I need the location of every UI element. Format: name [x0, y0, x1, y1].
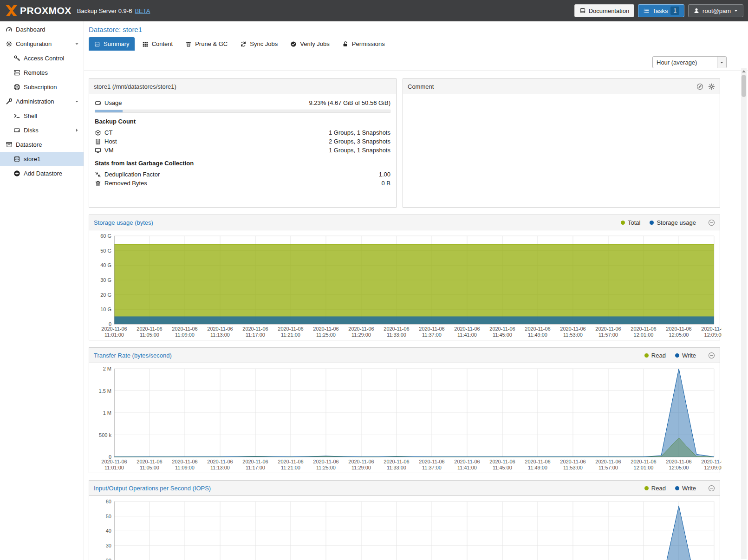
collapse-icon[interactable]: [708, 485, 715, 492]
legend-storage-usage[interactable]: Storage usage: [650, 219, 696, 226]
disk-icon: [13, 127, 20, 134]
scrollbar-thumb[interactable]: [741, 75, 746, 97]
user-menu-button[interactable]: root@pam: [688, 4, 743, 17]
svg-text:12:05:00: 12:05:00: [669, 465, 689, 470]
user-icon: [693, 7, 700, 14]
sidebar-item-disks[interactable]: Disks: [0, 123, 84, 137]
main-content: Datastore: store1 Summary Content Prune …: [84, 21, 748, 560]
summary-view: store1 (/mnt/datastores/store1) Usage 9.…: [84, 71, 725, 560]
sidebar-item-administration[interactable]: Administration: [0, 94, 84, 109]
transfer-rate-chart-header: Transfer Rate (bytes/second) Read Write: [89, 348, 720, 363]
svg-text:2020-11-06: 2020-11-06: [348, 326, 374, 332]
sidebar-item-configuration[interactable]: Configuration: [0, 37, 84, 51]
sidebar-item-datastore[interactable]: Datastore: [0, 137, 84, 152]
sidebar-item-label: Datastore: [16, 141, 42, 148]
proxmox-logo-icon: [5, 4, 19, 18]
brand-name: PROXMOX: [20, 5, 72, 16]
tasks-button[interactable]: Tasks 1: [638, 4, 684, 17]
svg-text:2020-11-06: 2020-11-06: [631, 326, 656, 332]
svg-text:2020-11-06: 2020-11-06: [207, 459, 233, 464]
dashboard-icon: [6, 26, 13, 33]
scrollbar-up-button[interactable]: [741, 68, 747, 74]
legend-read[interactable]: Read: [644, 352, 666, 359]
legend-dot: [675, 353, 679, 358]
svg-text:11:33:00: 11:33:00: [387, 332, 406, 338]
svg-text:2020-11-06: 2020-11-06: [207, 326, 233, 332]
terminal-icon: [13, 112, 20, 119]
svg-text:60 G: 60 G: [100, 233, 111, 239]
scrollbar[interactable]: [741, 68, 747, 559]
legend-dot: [675, 486, 679, 490]
sidebar-item-label: Subscription: [24, 84, 57, 91]
documentation-button[interactable]: Documentation: [574, 4, 634, 17]
tab-permissions[interactable]: Permissions: [337, 37, 390, 51]
svg-text:11:13:00: 11:13:00: [210, 332, 230, 338]
legend-read[interactable]: Read: [644, 485, 666, 492]
tab-label: Summary: [104, 40, 130, 47]
legend-dot: [644, 353, 649, 358]
sidebar-item-shell[interactable]: Shell: [0, 109, 84, 123]
svg-text:11:29:00: 11:29:00: [351, 332, 371, 338]
sidebar-item-add-datastore[interactable]: Add Datastore: [0, 166, 84, 181]
svg-text:11:45:00: 11:45:00: [493, 465, 512, 470]
sync-icon: [240, 41, 247, 47]
svg-text:2 M: 2 M: [103, 366, 111, 371]
svg-text:50 G: 50 G: [100, 248, 111, 254]
svg-text:11:21:00: 11:21:00: [281, 465, 300, 470]
cube-icon: [95, 130, 101, 136]
tab-prune-gc[interactable]: Prune & GC: [180, 37, 233, 51]
sidebar-item-access-control[interactable]: Access Control: [0, 51, 84, 65]
storage-usage-chart: 2020-11-0611:01:002020-11-0611:05:002020…: [89, 230, 720, 340]
legend-total[interactable]: Total: [621, 219, 640, 226]
legend-write[interactable]: Write: [675, 352, 696, 359]
legend-label: Read: [651, 352, 666, 359]
svg-text:2020-11-06: 2020-11-06: [313, 326, 338, 332]
svg-text:12:05:00: 12:05:00: [669, 332, 689, 338]
wrench-icon: [6, 98, 13, 105]
edit-comment-icon[interactable]: [696, 83, 703, 90]
tab-content[interactable]: Content: [137, 37, 178, 51]
chevron-down-icon: [734, 8, 738, 13]
svg-text:40 G: 40 G: [100, 262, 111, 268]
usage-progress-fill: [95, 110, 123, 112]
stat-label: VM: [104, 147, 114, 154]
stat-row: VM 1 Groups, 1 Snapshots: [95, 146, 390, 155]
stat-label: CT: [104, 129, 112, 136]
beta-link[interactable]: BETA: [135, 7, 150, 14]
svg-text:20: 20: [106, 558, 111, 560]
timeframe-select[interactable]: Hour (average): [652, 56, 727, 68]
iops-chart-header: Input/Output Operations per Second (IOPS…: [89, 481, 720, 496]
sidebar-item-remotes[interactable]: Remotes: [0, 65, 84, 80]
svg-text:50: 50: [106, 514, 111, 519]
svg-text:60: 60: [106, 499, 111, 504]
tab-sync-jobs[interactable]: Sync Jobs: [235, 37, 283, 51]
collapse-icon[interactable]: [708, 352, 715, 359]
tab-label: Sync Jobs: [250, 40, 278, 47]
backup-count-rows: CT 1 Groups, 1 Snapshots Host 2 Groups, …: [95, 128, 390, 155]
svg-text:2020-11-06: 2020-11-06: [137, 459, 162, 464]
brand: PROXMOX: [5, 4, 72, 18]
svg-text:2020-11-06: 2020-11-06: [419, 326, 444, 332]
trash-icon: [95, 180, 101, 187]
gc-stats-title: Stats from last Garbage Collection: [95, 160, 390, 167]
legend-label: Storage usage: [657, 219, 696, 226]
book-icon: [579, 7, 586, 14]
svg-text:2020-11-06: 2020-11-06: [666, 459, 691, 464]
gear-icon[interactable]: [708, 83, 715, 90]
svg-text:2020-11-06: 2020-11-06: [666, 326, 691, 332]
tab-summary[interactable]: Summary: [89, 37, 135, 51]
comment-panel: Comment: [403, 78, 720, 208]
sidebar-item-store1[interactable]: store1: [0, 152, 84, 166]
svg-text:11:53:00: 11:53:00: [563, 465, 583, 470]
summary-panel-body: Usage 9.23% (4.67 GiB of 50.56 GiB) Back…: [89, 94, 396, 207]
grid-icon: [142, 41, 149, 47]
collapse-icon[interactable]: [708, 219, 715, 226]
legend-write[interactable]: Write: [675, 485, 696, 492]
toolbar: Hour (average): [84, 54, 748, 71]
sidebar-item-subscription[interactable]: Subscription: [0, 80, 84, 94]
tab-label: Prune & GC: [195, 40, 228, 47]
sidebar-item-dashboard[interactable]: Dashboard: [0, 22, 84, 37]
svg-text:12:09:00: 12:09:00: [704, 465, 722, 470]
tab-verify-jobs[interactable]: Verify Jobs: [285, 37, 335, 51]
svg-text:10 G: 10 G: [100, 306, 111, 312]
